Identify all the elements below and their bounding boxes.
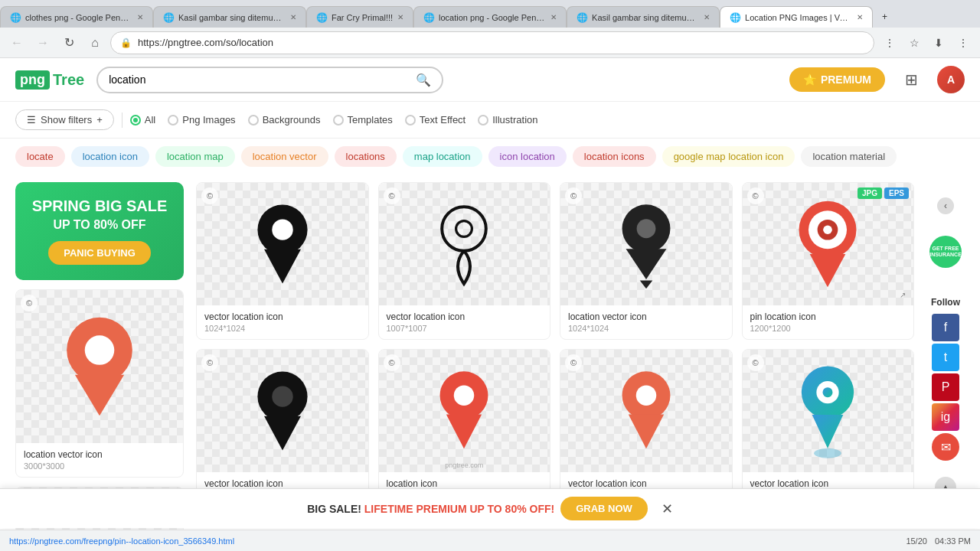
twitter-icon: t (944, 350, 947, 364)
left-card-size: 3000*3000 (24, 461, 175, 471)
left-main-card[interactable]: © location vector icon 3000*3000 (15, 289, 184, 478)
email-button[interactable]: ✉ (932, 433, 959, 461)
svg-marker-31 (812, 415, 844, 448)
tab-close-2[interactable]: ✕ (290, 13, 296, 21)
instagram-button[interactable]: ig (932, 403, 959, 431)
image-card-7[interactable]: © vector location icon 1200*1200 (560, 349, 733, 507)
refresh-button[interactable]: ↻ (58, 32, 80, 54)
forward-button[interactable]: → (32, 32, 54, 54)
copyright-3: © (565, 187, 582, 204)
tag-map-location[interactable]: map location (403, 146, 482, 167)
avatar[interactable]: A (937, 66, 965, 93)
image-card-6[interactable]: © pngtree.com location icon 1200*1200 (378, 349, 551, 507)
address-bar[interactable]: 🔒 https://pngtree.com/so/location (110, 31, 874, 54)
follow-label: Follow (931, 297, 960, 308)
browser-tab-2[interactable]: 🌐 Kasil gambar sing ditemuka... ✕ (153, 6, 306, 28)
tag-location-map[interactable]: location map (155, 146, 235, 167)
image-card-8[interactable]: © (742, 349, 915, 507)
bookmark-button[interactable]: ☆ (903, 32, 925, 54)
tab-close-1[interactable]: ✕ (137, 13, 143, 21)
promo-card[interactable]: SPRING BIG SALE UP TO 80% OFF PANIC BUYI… (15, 182, 184, 280)
radio-illustration-circle (478, 115, 488, 126)
browser-tab-1[interactable]: 🌐 clothes png - Google Penelus... ✕ (0, 6, 153, 28)
tag-location-vector[interactable]: location vector (241, 146, 328, 167)
premium-label: PREMIUM (821, 73, 871, 86)
pinterest-button[interactable]: P (932, 373, 959, 401)
tag-icon-location[interactable]: icon location (488, 146, 567, 167)
back-button[interactable]: ← (6, 32, 28, 54)
svg-point-26 (636, 385, 656, 405)
premium-button[interactable]: ⭐ PREMIUM (789, 67, 885, 92)
get-free-button[interactable]: GET FREE INSURANCE (929, 236, 962, 268)
svg-marker-18 (810, 254, 846, 287)
search-input[interactable] (109, 73, 409, 86)
card-image-1: © (197, 183, 368, 305)
image-card-2[interactable]: © vector location icon 1007*1007 (378, 182, 551, 340)
svg-point-32 (814, 448, 841, 458)
card-image-4: © JPG EPS ↗ (743, 183, 914, 305)
twitter-button[interactable]: t (932, 344, 959, 371)
facebook-button[interactable]: f (932, 314, 959, 341)
browser-tab-3[interactable]: 🌐 Far Cry Primal!!! ✕ (306, 6, 413, 28)
tag-location-icons[interactable]: location icons (573, 146, 656, 167)
card-badges-4: JPG EPS (858, 187, 909, 199)
location-pin-svg-left (57, 309, 142, 424)
tag-location-material[interactable]: location material (801, 146, 897, 167)
grab-now-button[interactable]: GRAB NOW (560, 497, 648, 520)
radio-templates-circle (333, 115, 344, 126)
filter-illustration[interactable]: Illustration (478, 114, 537, 126)
filter-texteffect[interactable]: Text Effect (405, 114, 466, 126)
extensions-button[interactable]: ⋮ (879, 32, 900, 54)
filter-all[interactable]: All (130, 114, 155, 126)
card-size-1: 1024*1024 (204, 324, 361, 333)
pin-svg-8 (789, 361, 866, 461)
tab-title-2: Kasil gambar sing ditemuka... (178, 13, 286, 22)
tab-close-4[interactable]: ✕ (550, 13, 557, 21)
tab-title-3: Far Cry Primal!!! (332, 13, 393, 22)
filter-templates[interactable]: Templates (333, 114, 393, 126)
close-banner-button[interactable]: ✕ (662, 500, 673, 517)
tab-close-6[interactable]: ✕ (857, 13, 863, 21)
toolbar-actions: ⋮ ☆ ⬇ ⋮ (879, 32, 974, 54)
logo[interactable]: png Tree (15, 70, 84, 90)
card-image-5: © (197, 350, 368, 472)
tag-google-map-location-icon[interactable]: google map location icon (662, 146, 795, 167)
tab-close-5[interactable]: ✕ (704, 13, 710, 21)
apps-button[interactable]: ⊞ (897, 66, 925, 93)
card-title-3: location vector icon (568, 311, 724, 322)
pin-svg-1 (248, 198, 317, 290)
tag-location-icon[interactable]: location icon (71, 146, 149, 167)
tab-favicon-5: 🌐 (577, 12, 587, 23)
tab-favicon-3: 🌐 (316, 12, 327, 23)
tab-close-3[interactable]: ✕ (397, 13, 403, 21)
promo-button[interactable]: PANIC BUYING (48, 241, 151, 265)
image-card-3[interactable]: © location vector icon 1024*1024 (560, 182, 733, 340)
browser-tab-5[interactable]: 🌐 Kasil gambar sing ditemuka... ✕ (567, 6, 720, 28)
search-bar[interactable]: 🔍 (96, 67, 443, 93)
filter-illustration-label: Illustration (492, 114, 537, 126)
tab-title-4: location png - Google Penelu... (439, 13, 546, 22)
get-free-label: GET FREE INSURANCE (929, 246, 962, 259)
image-card-1[interactable]: © vector location icon 1024*1024 (196, 182, 369, 340)
filter-bg[interactable]: Backgrounds (248, 114, 321, 126)
tab-title-6: Location PNG Images | Vector... (745, 13, 852, 22)
image-card-5[interactable]: © vector location icon 1024*1024 (196, 349, 369, 507)
close-banner-icon: ✕ (662, 501, 673, 517)
image-card-4[interactable]: © JPG EPS ↗ (742, 182, 915, 340)
tag-locations[interactable]: locations (335, 146, 397, 167)
show-filters-button[interactable]: ☰ Show filters + (15, 109, 114, 130)
new-tab-button[interactable]: + (873, 6, 900, 28)
svg-point-9 (456, 221, 472, 237)
browser-tab-6[interactable]: 🌐 Location PNG Images | Vector... ✕ (720, 6, 873, 28)
collapse-right-button[interactable]: ‹ (937, 197, 954, 214)
radio-bg-circle (248, 115, 259, 126)
browser-tab-4[interactable]: 🌐 location png - Google Penelu... ✕ (413, 6, 567, 28)
menu-button[interactable]: ⋮ (952, 32, 974, 54)
tab-favicon-6: 🌐 (730, 12, 740, 23)
filter-png[interactable]: Png Images (168, 114, 235, 126)
download-button[interactable]: ⬇ (928, 32, 949, 54)
search-button[interactable]: 🔍 (416, 73, 431, 87)
home-button[interactable]: ⌂ (84, 32, 106, 54)
tag-locate[interactable]: locate (15, 146, 65, 167)
status-date: 15/20 (906, 536, 927, 546)
